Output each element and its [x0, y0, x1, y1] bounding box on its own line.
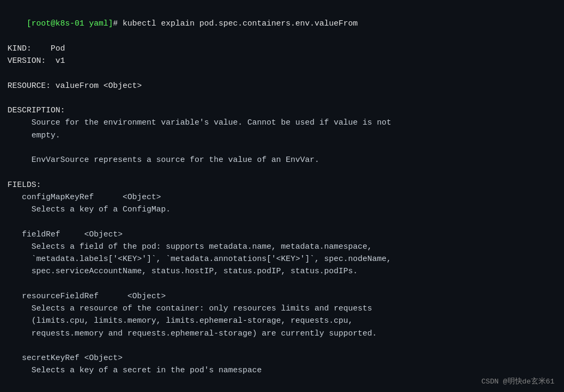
key-label: KIND:: [7, 44, 31, 53]
output-line: Selects a key of a secret in the pod's n…: [7, 364, 557, 377]
output-line: (limits.cpu, limits.memory, limits.ephem…: [7, 315, 557, 327]
output-line: configMapKeyRef <Object>: [7, 191, 557, 203]
key-label: VERSION:: [7, 56, 46, 66]
command: # kubectl explain pod.spec.containers.en…: [113, 19, 358, 28]
output-line: resourceFieldRef <Object>: [7, 290, 557, 303]
output-line: Source for the environment variable's va…: [7, 117, 557, 129]
key-value: valueFrom <Object>: [51, 81, 142, 91]
blank-line: [7, 92, 557, 104]
blank-line: [7, 67, 557, 79]
key-value: Pod: [31, 44, 65, 53]
output-line: secretKeyRef <Object>: [7, 352, 557, 364]
output-line: requests.memory and requests.ephemeral-s…: [7, 328, 557, 340]
key-value: v1: [46, 56, 65, 66]
blank-line: [7, 278, 557, 290]
section-label: FIELDS:: [7, 179, 557, 191]
output-line: `metadata.labels['<KEY>']`, `metadata.an…: [7, 253, 557, 265]
blank-line: [7, 216, 557, 228]
key-label: RESOURCE:: [7, 81, 51, 91]
kv-line: KIND: Pod: [7, 43, 557, 55]
kv-line: RESOURCE: valueFrom <Object>: [7, 80, 557, 92]
user-host: [root@k8s-01 yaml]: [27, 19, 113, 28]
blank-line: [7, 142, 557, 154]
output-line: Selects a field of the pod: supports met…: [7, 241, 557, 253]
output-line: spec.serviceAccountName, status.hostIP, …: [7, 265, 557, 277]
watermark: CSDN @明快de玄米61: [481, 377, 554, 388]
output-lines: KIND: PodVERSION: v1RESOURCE: valueFrom …: [7, 43, 557, 377]
section-label: DESCRIPTION:: [7, 104, 557, 117]
blank-line: [7, 166, 557, 178]
output-line: fieldRef <Object>: [7, 228, 557, 241]
output-line: Selects a resource of the container: onl…: [7, 303, 557, 315]
output-line: EnvVarSource represents a source for the…: [7, 154, 557, 166]
output-line: empty.: [7, 129, 557, 142]
kv-line: VERSION: v1: [7, 55, 557, 67]
blank-line: [7, 340, 557, 352]
output-line: Selects a key of a ConfigMap.: [7, 203, 557, 216]
terminal: [root@k8s-01 yaml]# kubectl explain pod.…: [0, 0, 564, 392]
prompt-line: [root@k8s-01 yaml]# kubectl explain pod.…: [7, 5, 557, 43]
